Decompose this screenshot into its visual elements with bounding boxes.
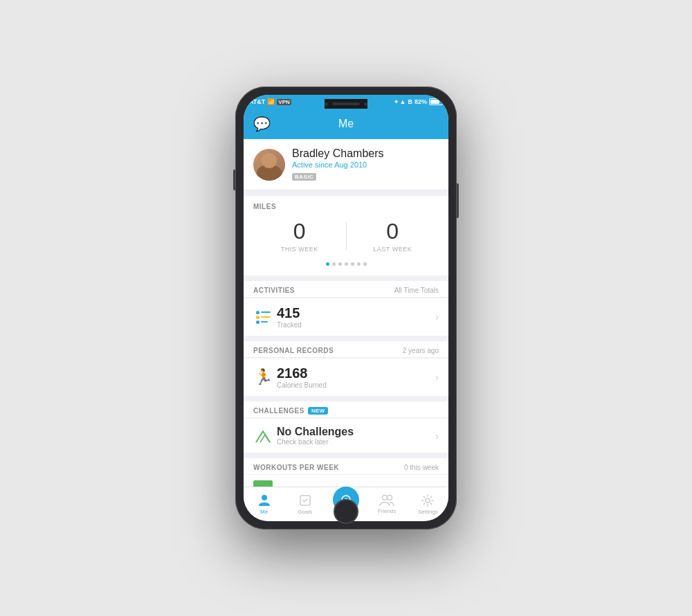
chat-icon[interactable]: 💬 xyxy=(253,116,271,132)
personal-records-section: PERSONAL RECORDS 2 years ago 🏃 2168 Calo… xyxy=(244,341,448,396)
svg-point-4 xyxy=(383,496,388,500)
challenges-label: CHALLENGES xyxy=(253,407,304,415)
nav-item-settings[interactable]: Settings xyxy=(408,493,448,515)
records-calories-label: Calories Burned xyxy=(277,381,435,389)
friends-icon xyxy=(379,494,394,507)
activities-value: 415 xyxy=(277,305,435,321)
challenges-item[interactable]: No Challenges Check back later › xyxy=(244,418,448,453)
records-chevron-icon: › xyxy=(435,372,439,383)
phone-camera-area xyxy=(325,99,367,109)
records-label: PERSONAL RECORDS xyxy=(253,347,334,354)
activities-header: ACTIVITIES All Time Totals xyxy=(244,281,448,298)
volume-button xyxy=(233,170,235,190)
records-item[interactable]: 🏃 2168 Calories Burned › xyxy=(244,358,448,396)
svg-point-0 xyxy=(262,495,267,500)
battery-icon xyxy=(429,98,443,105)
miles-section: MILES 0 THIS WEEK 0 LAST WEEK xyxy=(244,196,448,275)
challenges-icon xyxy=(253,428,273,444)
camera-dot xyxy=(325,102,328,106)
activities-subtitle: All Time Totals xyxy=(394,287,439,294)
profile-name: Bradley Chambers xyxy=(292,147,384,160)
header-title: Me xyxy=(338,118,354,130)
activities-section: ACTIVITIES All Time Totals xyxy=(244,281,448,336)
last-week-value: 0 xyxy=(347,219,439,244)
challenges-subtitle: Check back later xyxy=(277,438,435,446)
app-header: 💬 Me xyxy=(244,109,448,139)
signal-icon: ▲ xyxy=(400,98,406,105)
svg-point-6 xyxy=(426,498,430,502)
activities-chevron-icon: › xyxy=(435,311,439,323)
aline-blue-1 xyxy=(261,311,271,313)
home-button[interactable] xyxy=(334,499,358,524)
profile-since: Active since Aug 2010 xyxy=(292,161,384,169)
settings-icon xyxy=(421,493,435,507)
workout-bar-current xyxy=(253,480,273,487)
running-icon: 🏃 xyxy=(254,368,273,386)
dot-2 xyxy=(332,262,336,266)
adot-blue-1 xyxy=(256,311,260,314)
nav-item-goals[interactable]: Goals xyxy=(284,493,325,515)
vpn-text: VPN xyxy=(277,99,291,105)
app-screen: AT&T 📶 VPN 12:27 PM ⌖ ▲ B 82% xyxy=(244,95,448,521)
dot-1 xyxy=(326,262,329,266)
dot-5 xyxy=(351,262,354,266)
nav-label-me: Me xyxy=(260,509,268,515)
last-week-col: 0 LAST WEEK xyxy=(347,219,439,253)
this-week-col: 0 THIS WEEK xyxy=(253,219,346,253)
mountain-icon xyxy=(253,428,273,444)
avatar xyxy=(253,149,285,181)
nav-label-friends: Friends xyxy=(378,508,397,514)
records-value: 2168 xyxy=(277,365,435,381)
dot-row-3 xyxy=(256,320,271,324)
this-week-value: 0 xyxy=(253,219,346,244)
dot-7 xyxy=(363,262,367,266)
me-icon xyxy=(257,493,271,507)
challenges-chevron-icon: › xyxy=(435,431,439,442)
challenges-header: CHALLENGES NEW xyxy=(244,401,448,418)
workouts-chart xyxy=(244,475,448,487)
battery-fill xyxy=(430,100,439,104)
profile-badge: BASIC xyxy=(292,173,316,181)
challenges-content: No Challenges Check back later xyxy=(277,426,435,446)
status-left: AT&T 📶 VPN xyxy=(249,98,291,105)
last-week-label: LAST WEEK xyxy=(347,246,439,253)
miles-label: MILES xyxy=(253,203,439,210)
adot-yellow-1 xyxy=(256,316,260,319)
records-subtitle: 2 years ago xyxy=(403,347,439,354)
nav-item-friends[interactable]: Friends xyxy=(367,494,408,514)
carrier-text: AT&T xyxy=(249,98,265,105)
avatar-head xyxy=(262,153,277,168)
challenges-section: CHALLENGES NEW No Challenges xyxy=(244,401,448,453)
nav-item-me[interactable]: Me xyxy=(244,493,284,515)
adot-blue-2 xyxy=(256,320,260,324)
dot-row-1 xyxy=(256,311,271,314)
this-week-label: THIS WEEK xyxy=(253,246,346,253)
location-icon: ⌖ xyxy=(394,98,398,106)
new-badge: NEW xyxy=(308,407,329,415)
challenges-header-left: CHALLENGES NEW xyxy=(253,407,328,415)
activity-dots-icon xyxy=(256,311,271,324)
pagination-dots xyxy=(253,262,439,269)
activities-tracked-label: Tracked xyxy=(277,321,435,329)
nav-label-goals: Goals xyxy=(298,509,312,515)
dot-6 xyxy=(357,262,361,266)
dot-4 xyxy=(345,262,348,266)
goals-icon xyxy=(298,493,312,507)
profile-info: Bradley Chambers Active since Aug 2010 B… xyxy=(292,147,384,181)
power-button xyxy=(457,183,459,218)
profile-section: Bradley Chambers Active since Aug 2010 B… xyxy=(244,139,448,190)
aline-yellow-1 xyxy=(261,316,271,318)
svg-point-5 xyxy=(388,496,392,500)
header-chat-button[interactable]: 💬 xyxy=(253,116,271,132)
activities-label: ACTIVITIES xyxy=(253,287,295,294)
workouts-subtitle: 0 this week xyxy=(404,464,439,471)
aline-blue-2 xyxy=(261,321,268,323)
workouts-header: WORKOUTS PER WEEK 0 this week xyxy=(244,458,448,475)
phone-screen: AT&T 📶 VPN 12:27 PM ⌖ ▲ B 82% xyxy=(244,95,448,521)
status-right: ⌖ ▲ B 82% xyxy=(394,98,443,106)
main-content: Bradley Chambers Active since Aug 2010 B… xyxy=(244,139,448,487)
phone-device: AT&T 📶 VPN 12:27 PM ⌖ ▲ B 82% xyxy=(235,87,457,529)
dot-row-2 xyxy=(256,316,271,319)
activities-item[interactable]: 415 Tracked › xyxy=(244,298,448,336)
records-header: PERSONAL RECORDS 2 years ago xyxy=(244,341,448,358)
